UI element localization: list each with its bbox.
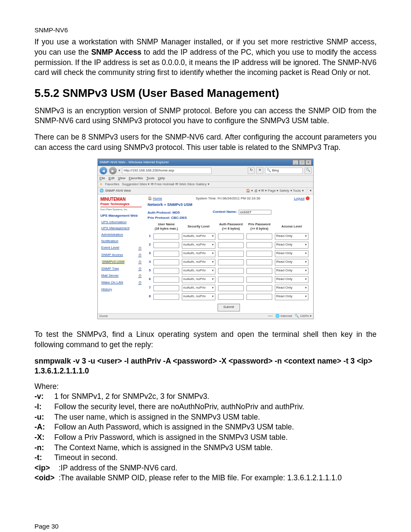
auth-password-field[interactable] bbox=[218, 233, 244, 240]
security-level-select[interactable]: noAuth, noPriv bbox=[182, 250, 215, 257]
favorites-icon[interactable]: ★ bbox=[100, 182, 103, 187]
submit-button[interactable]: Submit bbox=[218, 304, 240, 311]
priv-password-field[interactable] bbox=[246, 277, 272, 283]
priv-password-field[interactable] bbox=[246, 251, 272, 257]
security-level-select[interactable]: noAuth, noPriv bbox=[182, 293, 215, 300]
intro-paragraph: If you use a workstation with SNMP Manag… bbox=[34, 37, 377, 78]
security-level-select[interactable]: noAuth, noPriv bbox=[182, 276, 215, 283]
priv-password-field[interactable] bbox=[246, 242, 272, 248]
priv-password-field[interactable] bbox=[246, 259, 272, 265]
url-field[interactable]: http://192.168.168.226/home.asp bbox=[122, 168, 212, 174]
refresh-icon[interactable]: ↻ bbox=[248, 167, 255, 174]
access-level-select[interactable]: Read Only bbox=[275, 233, 308, 240]
access-level-select[interactable]: Read Only bbox=[275, 250, 308, 257]
sidebar-sub-item[interactable]: SNMP Trap⚙ bbox=[101, 266, 142, 271]
gear-icon[interactable]: ⚙ bbox=[138, 266, 142, 271]
username-field[interactable] bbox=[153, 259, 179, 265]
table-row: 4noAuth, noPrivRead Only bbox=[148, 258, 310, 267]
maximize-icon[interactable]: □ bbox=[299, 160, 305, 165]
access-level-select[interactable]: Read Only bbox=[275, 259, 308, 266]
forward-icon[interactable]: ► bbox=[109, 167, 117, 174]
menu-view[interactable]: View bbox=[118, 176, 125, 180]
sidebar-sub-item[interactable]: Mail Server⚙ bbox=[101, 273, 142, 278]
minimize-icon[interactable]: _ bbox=[293, 160, 299, 165]
auth-password-field[interactable] bbox=[218, 285, 244, 291]
priv-password-field[interactable] bbox=[246, 268, 272, 274]
sidebar-sub-item[interactable]: Event Level⚙ bbox=[101, 246, 142, 251]
where-label: Where: bbox=[34, 382, 377, 392]
username-field[interactable] bbox=[153, 277, 179, 283]
back-icon[interactable]: ◄ bbox=[100, 167, 107, 174]
table-row: 2noAuth, noPrivRead Only bbox=[148, 241, 310, 249]
where-row: -u:The user name, which is assigned in t… bbox=[34, 412, 377, 423]
security-level-select[interactable]: noAuth, noPriv bbox=[182, 285, 215, 292]
auth-password-field[interactable] bbox=[218, 268, 244, 274]
logout-link[interactable]: Logout bbox=[294, 196, 304, 200]
table-row: 7noAuth, noPrivRead Only bbox=[148, 284, 310, 292]
username-field[interactable] bbox=[153, 294, 179, 300]
security-level-select[interactable]: noAuth, noPriv bbox=[182, 233, 215, 240]
close-icon[interactable]: ✕ bbox=[305, 160, 311, 165]
search-field[interactable]: 🔍 Bing bbox=[265, 168, 303, 174]
auth-password-field[interactable] bbox=[218, 277, 244, 283]
context-name-field[interactable] bbox=[239, 210, 271, 215]
auth-password-field[interactable] bbox=[218, 259, 244, 265]
priv-password-field[interactable] bbox=[246, 285, 272, 291]
username-field[interactable] bbox=[153, 233, 179, 240]
access-level-select[interactable]: Read Only bbox=[275, 293, 308, 300]
stop-icon[interactable]: ✕ bbox=[256, 167, 263, 174]
access-level-select[interactable]: Read Only bbox=[275, 242, 308, 249]
menu-favorites[interactable]: Favorites bbox=[129, 176, 143, 180]
security-level-select[interactable]: noAuth, noPriv bbox=[182, 242, 215, 249]
sidebar-sub-item[interactable]: History bbox=[101, 287, 142, 292]
where-row: -X:Follow a Priv Password, which is assi… bbox=[34, 432, 377, 443]
status-bar: Done ▫▫▫▫ 🌐 Internet 🔍 100% ▾ bbox=[98, 313, 313, 319]
where-row: -v:1 for SNMPv1, 2 for SNMPv2c, 3 for SN… bbox=[34, 392, 377, 402]
sidebar-sub-item[interactable]: SNMPv3 USM⚙ bbox=[101, 259, 142, 264]
zoom-level[interactable]: 🔍 100% ▾ bbox=[295, 314, 311, 319]
favorites-links[interactable]: Suggested Sites ▾ ✉ Free Hotmail ✉ Web S… bbox=[122, 182, 209, 187]
auth-password-field[interactable] bbox=[218, 242, 244, 248]
paragraph-3: To test the SNMPv3, find a Linux operati… bbox=[34, 330, 377, 350]
username-field[interactable] bbox=[153, 251, 179, 257]
gear-icon[interactable]: ⚙ bbox=[138, 273, 142, 278]
auth-protocol: Auth Protocol: MD5 bbox=[148, 211, 187, 215]
sidebar-item[interactable]: Notification bbox=[101, 239, 142, 244]
search-go-icon[interactable]: 🔍 bbox=[305, 167, 311, 174]
menu-file[interactable]: File bbox=[100, 176, 105, 180]
page-footer: Page 30 bbox=[34, 522, 377, 531]
priv-password-field[interactable] bbox=[246, 294, 272, 300]
access-level-select[interactable]: Read Only bbox=[275, 268, 308, 274]
sidebar-sub-item[interactable]: Wake On LAN⚙ bbox=[101, 280, 142, 285]
where-row: <oid>:The available SNMP OID, please ref… bbox=[34, 473, 377, 483]
home-link[interactable]: Home bbox=[153, 196, 162, 200]
access-level-select[interactable]: Read Only bbox=[275, 276, 308, 283]
menu-edit[interactable]: Edit bbox=[109, 176, 115, 180]
gear-icon[interactable]: ⚙ bbox=[138, 246, 142, 251]
menu-help[interactable]: Help bbox=[158, 176, 165, 180]
security-level-select[interactable]: noAuth, noPriv bbox=[182, 259, 215, 266]
system-time: System Time: Fri 06/24/2011 PM 02:16:30 bbox=[196, 196, 260, 201]
main-panel: 🏠 Home System Time: Fri 06/24/2011 PM 02… bbox=[144, 195, 313, 313]
sidebar-item[interactable]: UPS Management bbox=[101, 226, 142, 231]
sidebar-item[interactable]: Administration bbox=[101, 233, 142, 237]
gear-icon[interactable]: ⚙ bbox=[138, 252, 142, 258]
gear-icon[interactable]: ⚙ bbox=[138, 280, 142, 285]
page-tab[interactable]: 🌐 SNMP-NV6 Web bbox=[100, 189, 131, 193]
favorites-label[interactable]: Favorites bbox=[105, 182, 119, 187]
auth-password-field[interactable] bbox=[218, 294, 244, 300]
table-row: 6noAuth, noPrivRead Only bbox=[148, 275, 310, 284]
menu-tools[interactable]: Tools bbox=[146, 176, 155, 180]
sidebar-item[interactable]: UPS Information bbox=[101, 220, 142, 225]
username-field[interactable] bbox=[153, 285, 179, 291]
sidebar-sub-item[interactable]: SNMP Access⚙ bbox=[101, 252, 142, 258]
username-field[interactable] bbox=[153, 268, 179, 274]
gear-icon[interactable]: ⚙ bbox=[138, 259, 142, 264]
priv-password-field[interactable] bbox=[246, 233, 272, 240]
auth-password-field[interactable] bbox=[218, 251, 244, 257]
status-text: Done bbox=[100, 314, 108, 319]
access-level-select[interactable]: Read Only bbox=[275, 285, 308, 292]
username-field[interactable] bbox=[153, 242, 179, 248]
page-toolbar[interactable]: 🏠 ▾ 🖨 ▾ ✉ ▾ Page ▾ Safety ▾ Tools ▾ ❔ ▾ bbox=[246, 189, 311, 193]
security-level-select[interactable]: noAuth, noPriv bbox=[182, 268, 215, 274]
